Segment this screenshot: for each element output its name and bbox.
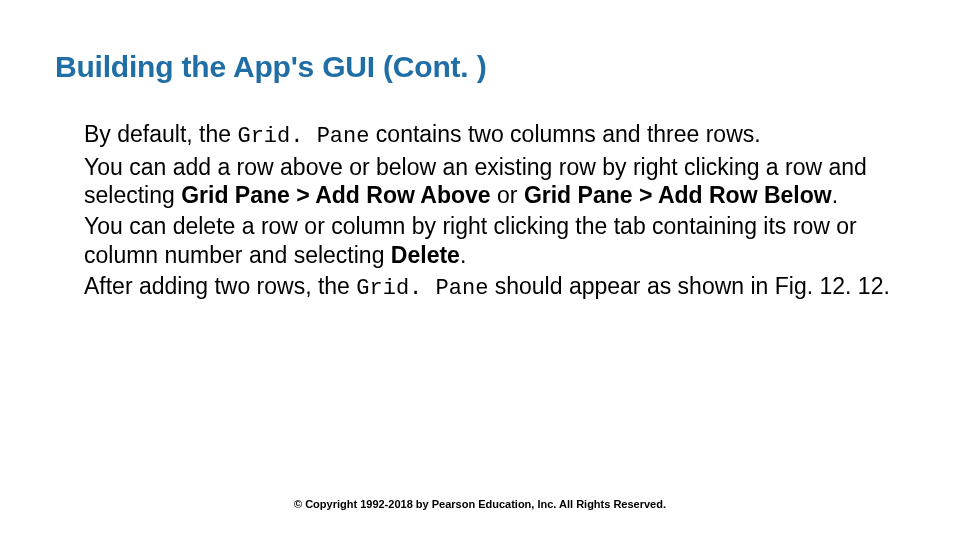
text-run: After adding two rows, the [84, 273, 356, 299]
slide-title: Building the App's GUI (Cont. ) [55, 50, 905, 84]
slide-body: By default, the Grid. Pane contains two … [66, 120, 894, 304]
text-run: or [491, 182, 524, 208]
code-run: Grid. Pane [356, 276, 488, 301]
list-item-text: You can delete a row or column by right … [84, 212, 894, 270]
list-item-text: After adding two rows, the Grid. Pane sh… [84, 272, 894, 303]
text-run: should appear as shown in Fig. 12. 12. [488, 273, 889, 299]
text-run: . [460, 242, 466, 268]
text-run: contains two columns and three rows. [369, 121, 760, 147]
bold-run: Grid Pane > Add Row Above [181, 182, 490, 208]
text-run: You can delete a row or column by right … [84, 213, 857, 268]
list-item: After adding two rows, the Grid. Pane sh… [66, 272, 894, 303]
list-item-text: You can add a row above or below an exis… [84, 153, 894, 211]
bold-run: Delete [391, 242, 460, 268]
list-item-text: By default, the Grid. Pane contains two … [84, 120, 894, 151]
code-run: Grid. Pane [237, 124, 369, 149]
text-run: By default, the [84, 121, 237, 147]
text-run: . [832, 182, 838, 208]
list-item: You can add a row above or below an exis… [66, 153, 894, 211]
footer-copyright: © Copyright 1992-2018 by Pearson Educati… [0, 498, 960, 510]
slide: Building the App's GUI (Cont. ) By defau… [0, 0, 960, 540]
list-item: You can delete a row or column by right … [66, 212, 894, 270]
list-item: By default, the Grid. Pane contains two … [66, 120, 894, 151]
bold-run: Grid Pane > Add Row Below [524, 182, 832, 208]
